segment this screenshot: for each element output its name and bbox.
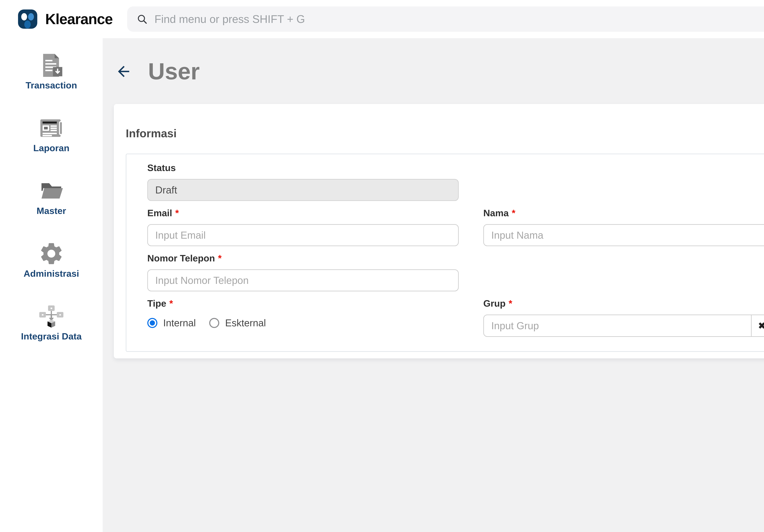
required-asterisk: *	[175, 207, 179, 219]
email-label: Email *	[147, 207, 459, 219]
row-tipe-grup: Tipe * Internal Eskternal	[147, 298, 764, 337]
required-asterisk: *	[218, 253, 222, 264]
main-content: User Create New Save Informasi Status	[103, 38, 764, 532]
grup-input-group: ✖	[483, 315, 764, 337]
form-fieldset: Status Email * Nama *	[126, 154, 764, 352]
sidebar-item-administrasi[interactable]: Administrasi	[24, 240, 79, 279]
arrow-left-icon	[115, 63, 132, 80]
nama-label: Nama *	[483, 207, 764, 219]
sidebar-item-master[interactable]: Master	[37, 178, 66, 216]
email-field[interactable]	[147, 224, 459, 246]
grup-field[interactable]	[483, 315, 752, 337]
status-label: Status	[147, 162, 459, 174]
section-title: Informasi	[126, 127, 764, 140]
required-asterisk: *	[512, 207, 515, 219]
sidebar: Transaction Laporan Master Admin	[0, 38, 103, 532]
grup-label: Grup *	[483, 298, 764, 309]
sidebar-item-label: Integrasi Data	[21, 331, 82, 341]
row-telepon: Nomor Telepon *	[147, 253, 764, 291]
sidebar-item-label: Administrasi	[24, 268, 79, 279]
search-icon	[137, 14, 148, 25]
nama-field[interactable]	[483, 224, 764, 246]
page-header: User Create New Save	[103, 38, 764, 85]
status-field	[147, 179, 459, 201]
clear-x-icon: ✖	[758, 321, 764, 331]
page-title: User	[148, 58, 200, 85]
report-newspaper-icon	[38, 115, 65, 141]
topbar: Klearance Vendor Testing ? Ichsann	[0, 0, 764, 38]
radio-internal[interactable]	[147, 318, 157, 328]
gear-icon	[38, 240, 65, 267]
sidebar-item-laporan[interactable]: Laporan	[33, 115, 70, 153]
search-input[interactable]	[154, 13, 764, 25]
data-integration-icon	[38, 303, 65, 330]
required-asterisk: *	[509, 298, 512, 309]
nomor-telepon-label: Nomor Telepon *	[147, 253, 459, 264]
transaction-document-icon	[38, 52, 65, 78]
klearance-logo-icon	[18, 9, 37, 29]
radio-option-eskternal[interactable]: Eskternal	[209, 317, 266, 329]
brand-name: Klearance	[45, 11, 112, 28]
sidebar-item-label: Master	[37, 205, 66, 216]
required-asterisk: *	[169, 298, 173, 309]
sidebar-item-transaction[interactable]: Transaction	[26, 52, 77, 90]
row-email-nama: Email * Nama *	[147, 207, 764, 246]
informasi-card: Informasi Status Email *	[114, 104, 764, 358]
folder-icon	[38, 178, 65, 204]
sidebar-item-label: Transaction	[26, 80, 77, 90]
global-search[interactable]	[127, 6, 764, 32]
tipe-radio-group: Internal Eskternal	[147, 315, 459, 332]
nomor-telepon-field[interactable]	[147, 269, 459, 291]
radio-option-internal[interactable]: Internal	[147, 317, 196, 329]
sidebar-item-integrasi-data[interactable]: Integrasi Data	[21, 303, 82, 341]
brand: Klearance	[18, 9, 112, 29]
sidebar-item-label: Laporan	[33, 143, 70, 153]
row-status: Status	[147, 162, 764, 201]
grup-clear-button[interactable]: ✖	[751, 315, 764, 337]
back-button[interactable]	[115, 63, 132, 80]
tipe-label: Tipe *	[147, 298, 459, 309]
radio-eskternal[interactable]	[209, 318, 219, 328]
